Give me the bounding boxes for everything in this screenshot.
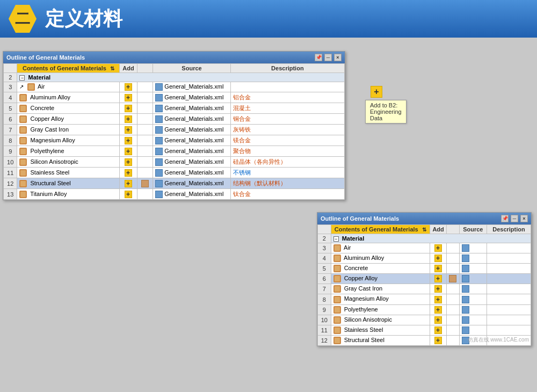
col-num-header-2 bbox=[318, 225, 331, 234]
panel-controls-1: 📌 ─ × bbox=[315, 54, 342, 61]
tooltip: Add to B2: Engineering Data bbox=[365, 100, 407, 124]
add-icon[interactable] bbox=[434, 255, 442, 262]
edit-icon[interactable] bbox=[449, 275, 456, 282]
panel-content-1: Contents of General Materials ⇅ Add Sour… bbox=[3, 63, 345, 200]
material-icon bbox=[19, 115, 27, 123]
link-icon bbox=[155, 158, 163, 166]
add-icon[interactable] bbox=[125, 94, 132, 101]
link-icon bbox=[462, 316, 469, 324]
material-icon bbox=[19, 105, 27, 112]
link-icon bbox=[155, 191, 163, 198]
link-icon bbox=[462, 244, 469, 252]
table-row[interactable]: 6 Copper Alloy General_Materials.xml 铜合金 bbox=[4, 114, 345, 125]
panel-general-materials-2: Outline of General Materials 📌 ─ × Conte… bbox=[317, 212, 532, 346]
add-icon[interactable] bbox=[434, 337, 442, 344]
material-icon bbox=[19, 94, 27, 101]
table-row[interactable]: 8 Magnesium Alloy General_Materials.xml … bbox=[4, 135, 345, 146]
link-icon bbox=[155, 169, 163, 177]
panel-pin-btn-1[interactable]: 📌 bbox=[315, 54, 322, 61]
material-icon bbox=[333, 337, 341, 344]
material-icon bbox=[333, 306, 341, 314]
table-row[interactable]: 12 Structural Steel General_Materials.xm… bbox=[4, 178, 345, 189]
col-d-header: Source bbox=[153, 64, 230, 73]
material-icon bbox=[19, 137, 27, 144]
panel-pin-btn-2[interactable]: 📌 bbox=[501, 215, 509, 222]
panel-minimize-btn-2[interactable]: ─ bbox=[511, 215, 518, 222]
link-icon bbox=[155, 137, 163, 144]
table-row[interactable]: 5 Concrete bbox=[318, 264, 531, 274]
material-icon bbox=[19, 148, 27, 155]
col-b-header-2: Add bbox=[430, 225, 447, 234]
add-icon[interactable] bbox=[434, 265, 442, 272]
link-icon bbox=[155, 94, 163, 101]
add-icon[interactable] bbox=[434, 306, 442, 314]
table-row[interactable]: 6 Copper Alloy bbox=[318, 274, 531, 284]
header: 二 定义材料 bbox=[0, 0, 537, 38]
add-icon[interactable] bbox=[125, 126, 132, 134]
material-icon bbox=[333, 296, 341, 303]
add-to-engineering-button[interactable]: + bbox=[371, 86, 382, 98]
material-icon bbox=[333, 285, 341, 293]
table-row[interactable]: 5 Concrete General_Materials.xml 混凝土 bbox=[4, 103, 345, 114]
row-num: 2 bbox=[4, 73, 17, 82]
panel-close-btn-1[interactable]: × bbox=[334, 54, 342, 61]
add-icon[interactable] bbox=[434, 244, 442, 252]
material-icon bbox=[27, 83, 35, 91]
link-icon bbox=[462, 296, 469, 303]
table-row[interactable]: 11 Stainless Steel bbox=[318, 325, 531, 335]
add-icon[interactable] bbox=[125, 158, 132, 166]
table-row[interactable]: 4 Aluminum Alloy bbox=[318, 253, 531, 264]
add-icon[interactable] bbox=[125, 115, 132, 123]
add-icon[interactable] bbox=[125, 191, 132, 198]
collapse-icon-2[interactable]: − bbox=[333, 236, 339, 242]
materials-table-1: Contents of General Materials ⇅ Add Sour… bbox=[3, 63, 345, 200]
add-icon[interactable] bbox=[125, 83, 132, 91]
panel-titlebar-1: Outline of General Materials 📌 ─ × bbox=[3, 52, 345, 63]
table-row[interactable]: 7 Gray Cast Iron bbox=[318, 284, 531, 294]
header-title: 定义材料 bbox=[45, 6, 122, 32]
table-row[interactable]: 3 ↗ Air General_Materials.xml bbox=[4, 82, 345, 92]
edit-icon[interactable] bbox=[141, 180, 149, 187]
table-row[interactable]: 10 Silicon Anisotropic bbox=[318, 315, 531, 325]
material-icon bbox=[333, 275, 341, 282]
material-icon bbox=[333, 326, 341, 334]
col-c-header bbox=[137, 64, 153, 73]
panel-close-btn-2[interactable]: × bbox=[520, 215, 528, 222]
add-icon[interactable] bbox=[125, 180, 132, 187]
table-row[interactable]: 4 Aluminum Alloy General_Materials.xml 铝… bbox=[4, 92, 345, 103]
collapse-icon[interactable]: − bbox=[19, 75, 25, 81]
table-row[interactable]: 11 Stainless Steel General_Materials.xml… bbox=[4, 168, 345, 178]
col-num-header bbox=[4, 64, 17, 73]
add-icon[interactable] bbox=[434, 275, 442, 282]
table-row[interactable]: 3 Air bbox=[318, 243, 531, 253]
table-row[interactable]: 13 Titanium Alloy General_Materials.xml … bbox=[4, 189, 345, 200]
add-icon[interactable] bbox=[434, 285, 442, 293]
panel-title-2: Outline of General Materials bbox=[321, 215, 399, 222]
link-icon bbox=[462, 326, 469, 334]
link-icon bbox=[155, 115, 163, 123]
panel-general-materials-1: Outline of General Materials 📌 ─ × Conte… bbox=[3, 51, 345, 200]
link-icon bbox=[155, 83, 163, 91]
material-icon bbox=[19, 191, 27, 198]
table-row[interactable]: 9 Polyethylene General_Materials.xml 聚合物 bbox=[4, 146, 345, 157]
table-row[interactable]: 9 Polyethylene bbox=[318, 304, 531, 315]
link-icon bbox=[155, 148, 163, 155]
table-row[interactable]: 8 Magnesium Alloy bbox=[318, 294, 531, 304]
header-hex: 二 bbox=[9, 5, 37, 33]
add-icon[interactable] bbox=[434, 296, 442, 303]
add-icon[interactable] bbox=[125, 105, 132, 112]
table-row[interactable]: 10 Silicon Anisotropic General_Materials… bbox=[4, 157, 345, 168]
table-header-row-2: Contents of General Materials ⇅ Add Sour… bbox=[318, 225, 531, 234]
material-group-header: − Material bbox=[17, 73, 345, 82]
add-icon[interactable] bbox=[125, 169, 132, 177]
table-row: 2 − Material bbox=[318, 234, 531, 243]
table-row[interactable]: 7 Gray Cast Iron General_Materials.xml 灰… bbox=[4, 125, 345, 135]
material-icon bbox=[333, 255, 341, 262]
add-icon[interactable] bbox=[125, 137, 132, 144]
add-icon[interactable] bbox=[125, 148, 132, 155]
materials-table-2: Contents of General Materials ⇅ Add Sour… bbox=[317, 224, 531, 346]
add-icon[interactable] bbox=[434, 316, 442, 324]
panel-minimize-btn-1[interactable]: ─ bbox=[324, 54, 332, 61]
col-c-header-2 bbox=[447, 225, 460, 234]
add-icon[interactable] bbox=[434, 326, 442, 334]
